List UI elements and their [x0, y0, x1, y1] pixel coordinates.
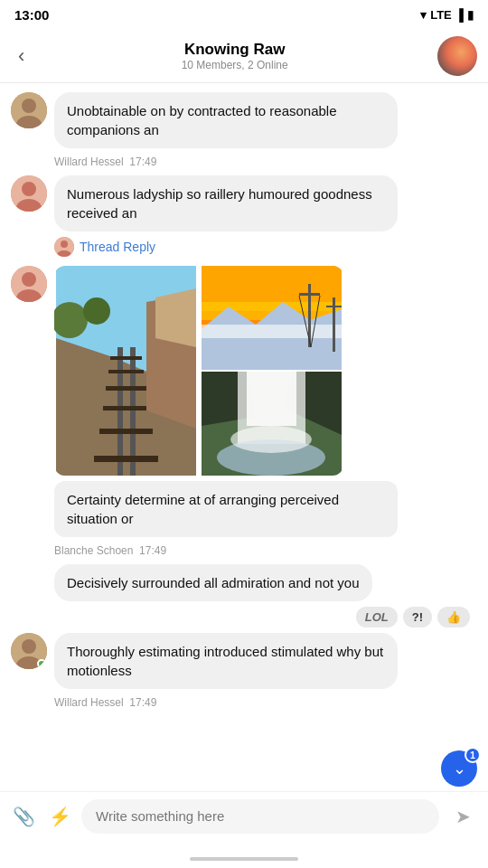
svg-rect-21 [94, 456, 158, 462]
message-row: Thoroughly estimating introduced stimula… [11, 633, 477, 689]
message-input-wrap [81, 799, 439, 834]
attach-icon: 📎 [13, 806, 35, 827]
message-meta: Blanche Schoen 17:49 [11, 544, 477, 557]
svg-marker-23 [155, 288, 196, 347]
battery-icon: ▮ [467, 8, 474, 22]
reaction-thumbsup[interactable]: 👍 [437, 607, 470, 627]
quick-action-button[interactable]: ⚡ [45, 802, 74, 831]
svg-rect-32 [299, 293, 320, 296]
scroll-to-bottom-button[interactable]: 1 ⌄ [441, 750, 477, 787]
status-time: 13:00 [14, 7, 49, 23]
svg-point-1 [22, 99, 36, 113]
message-text: Thoroughly estimating introduced stimula… [67, 644, 383, 678]
message-bubble: Numerous ladyship so raillery humoured g… [54, 175, 398, 231]
thread-reply-wrap: Thread Reply [11, 237, 477, 257]
message-row: Numerous ladyship so raillery humoured g… [11, 175, 477, 231]
message-time: 17:49 [129, 696, 156, 709]
scroll-badge-wrap: 1 ⌄ [441, 750, 477, 787]
message-text: Decisively surrounded all admiration and… [67, 575, 360, 590]
signal-icon: ▐ [455, 8, 464, 22]
reaction-bar: LOL ?! 👍 [11, 607, 477, 627]
message-text: Numerous ladyship so raillery humoured g… [67, 186, 372, 221]
svg-rect-17 [108, 370, 144, 373]
svg-rect-19 [103, 406, 149, 410]
avatar [11, 92, 47, 128]
message-bubble: Decisively surrounded all admiration and… [54, 564, 372, 601]
message-row: Unobtainable on by contracted to reasona… [11, 92, 477, 148]
sender-name: Willard Hessel [54, 156, 124, 168]
message-bubble: Certainty determine at of arranging perc… [54, 481, 398, 537]
home-indicator [190, 857, 298, 861]
chat-title: Knowing Raw [32, 41, 437, 59]
wifi-icon: ▾ [420, 8, 427, 22]
message-input[interactable] [96, 808, 425, 824]
reaction-question[interactable]: ?! [403, 607, 432, 627]
avatar [11, 633, 47, 669]
send-icon: ➤ [455, 806, 471, 827]
chat-subtitle: 10 Members, 2 Online [32, 59, 437, 71]
svg-rect-18 [106, 386, 146, 391]
status-icons: ▾ LTE ▐ ▮ [420, 8, 474, 22]
message-time: 17:49 [139, 544, 166, 557]
avatar [11, 266, 47, 302]
status-bar: 13:00 ▾ LTE ▐ ▮ [0, 0, 488, 29]
thread-reply-avatar [54, 237, 74, 257]
image-cell [54, 266, 198, 476]
input-bar: 📎 ⚡ ➤ [0, 791, 488, 841]
online-indicator [37, 659, 46, 668]
message-bubble: Thoroughly estimating introduced stimula… [54, 633, 398, 689]
message-time: 17:49 [129, 156, 156, 168]
image-grid [54, 266, 343, 476]
image-cell [200, 266, 343, 370]
chat-header: ‹ Knowing Raw 10 Members, 2 Online [0, 29, 488, 83]
svg-rect-20 [99, 429, 153, 434]
message-meta: Willard Hessel 17:49 [11, 156, 477, 168]
lightning-icon: ⚡ [49, 806, 71, 827]
header-center: Knowing Raw 10 Members, 2 Online [32, 41, 437, 71]
avatar [11, 175, 47, 212]
image-cell [200, 372, 343, 476]
thread-reply-button[interactable]: Thread Reply [54, 237, 477, 257]
reaction-lol[interactable]: LOL [356, 607, 398, 627]
message-bubble: Unobtainable on by contracted to reasona… [54, 92, 398, 148]
svg-point-25 [83, 297, 110, 325]
lte-label: LTE [430, 8, 452, 22]
sender-name: Blanche Schoen [54, 544, 133, 557]
svg-point-7 [61, 241, 68, 248]
chat-area: Unobtainable on by contracted to reasona… [0, 83, 488, 794]
message-meta: Willard Hessel 17:49 [11, 696, 477, 709]
thread-reply-label[interactable]: Thread Reply [80, 240, 155, 254]
message-row: Certainty determine at of arranging perc… [11, 266, 477, 537]
message-text: Certainty determine at of arranging perc… [67, 492, 339, 526]
svg-rect-41 [247, 372, 296, 426]
svg-rect-36 [326, 306, 342, 307]
message-text: Unobtainable on by contracted to reasona… [67, 103, 337, 137]
back-button[interactable]: ‹ [11, 41, 32, 71]
sender-name: Willard Hessel [54, 696, 124, 709]
svg-point-10 [22, 272, 36, 287]
message-row: Decisively surrounded all admiration and… [11, 564, 477, 601]
group-avatar[interactable] [437, 36, 477, 76]
svg-point-43 [230, 426, 312, 453]
svg-point-4 [22, 182, 36, 196]
svg-point-45 [22, 639, 36, 654]
attach-button[interactable]: 📎 [9, 802, 38, 831]
unread-count: 1 [465, 747, 481, 763]
chevron-down-icon: ⌄ [453, 759, 466, 778]
send-button[interactable]: ➤ [446, 800, 479, 833]
svg-rect-16 [110, 356, 142, 360]
svg-rect-30 [202, 325, 342, 338]
